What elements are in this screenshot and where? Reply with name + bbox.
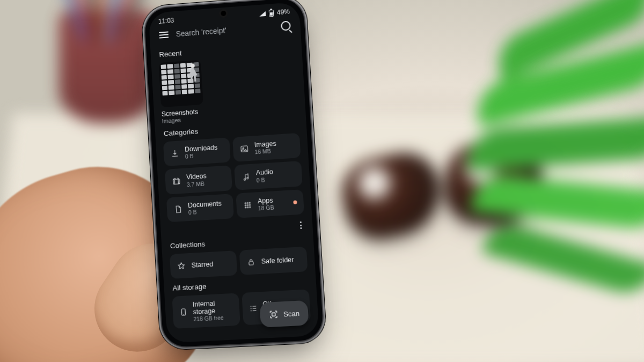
battery-icon <box>269 9 274 17</box>
phone-storage-icon <box>179 307 188 317</box>
svg-point-13 <box>250 206 251 208</box>
collection-starred[interactable]: Starred <box>170 250 237 279</box>
category-downloads[interactable]: Downloads0 B <box>163 137 231 166</box>
svg-rect-14 <box>249 262 253 265</box>
section-recent: Recent <box>159 41 293 58</box>
category-documents[interactable]: Documents0 B <box>166 194 234 223</box>
svg-point-8 <box>245 205 246 206</box>
app-screen: 11:03 49% Search 'receipt' Recent <box>148 2 319 343</box>
battery-percent: 49% <box>276 8 290 17</box>
svg-point-9 <box>247 204 248 205</box>
svg-point-6 <box>247 202 248 203</box>
star-icon <box>177 262 187 271</box>
list-icon <box>249 304 258 313</box>
category-images[interactable]: Images16 MB <box>232 133 301 162</box>
svg-point-1 <box>243 147 244 149</box>
apps-icon <box>243 201 253 210</box>
recent-thumbnail <box>158 60 203 108</box>
category-apps[interactable]: Apps18 GB <box>236 189 304 218</box>
more-icon <box>300 221 302 229</box>
svg-point-5 <box>245 203 246 204</box>
scan-fab[interactable]: Scan <box>260 300 309 328</box>
notification-dot <box>293 200 297 204</box>
video-icon <box>172 177 182 186</box>
storage-internal[interactable]: Internal storage218 GB free <box>172 293 240 329</box>
category-audio[interactable]: Audio0 B <box>234 161 303 190</box>
scan-label: Scan <box>283 309 300 318</box>
lock-icon <box>246 257 256 267</box>
svg-point-4 <box>247 177 248 179</box>
image-icon <box>239 144 250 153</box>
search-input[interactable]: Search 'receipt' <box>175 23 274 38</box>
svg-point-10 <box>249 204 250 205</box>
download-icon <box>170 149 180 158</box>
svg-point-7 <box>249 202 250 203</box>
svg-point-12 <box>247 206 248 208</box>
svg-point-3 <box>244 179 245 180</box>
document-icon <box>173 205 184 214</box>
search-icon[interactable] <box>281 21 291 31</box>
recent-item[interactable]: Screenshots Images <box>158 60 204 124</box>
scan-icon <box>269 309 279 320</box>
svg-point-11 <box>245 207 246 208</box>
svg-rect-16 <box>272 313 275 316</box>
svg-rect-0 <box>241 146 248 152</box>
svg-rect-2 <box>173 179 180 184</box>
category-videos[interactable]: Videos3.7 MB <box>165 166 232 195</box>
menu-icon[interactable] <box>159 32 169 39</box>
audio-icon <box>241 172 251 181</box>
signal-icon <box>259 11 266 17</box>
collection-safe-folder[interactable]: Safe folder <box>239 247 308 275</box>
phone-frame: 11:03 49% Search 'receipt' Recent <box>144 0 324 348</box>
clock: 11:03 <box>158 17 174 25</box>
